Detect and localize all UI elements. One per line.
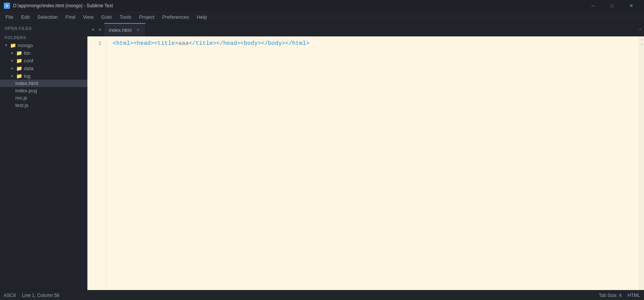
chevron-right-icon	[9, 73, 15, 79]
menu-edit[interactable]: Edit	[17, 13, 33, 21]
menu-project[interactable]: Project	[135, 13, 158, 21]
sidebar-folder-bin[interactable]: 📁 bin	[0, 49, 87, 57]
file-name-mo-js: mo.js	[15, 95, 27, 101]
folder-icon: 📁	[16, 73, 22, 79]
maximize-button[interactable]: □	[603, 0, 621, 11]
folder-name-log: log	[24, 73, 30, 79]
file-name-index-html: index.html	[15, 80, 38, 86]
line-numbers: 1	[87, 36, 107, 290]
file-name-test-js: test.js	[15, 102, 28, 108]
close-button[interactable]: ✕	[623, 0, 640, 11]
menu-view[interactable]: View	[79, 13, 97, 21]
tab-label: index.html	[109, 27, 131, 33]
menu-selection[interactable]: Selection	[33, 13, 61, 21]
folder-icon: 📁	[16, 57, 22, 64]
tab-bar: ◀ ▶ index.html ✕ ▾	[87, 23, 644, 36]
sidebar-folder-conf[interactable]: 📁 conf	[0, 57, 87, 64]
code-editor[interactable]: <html><head><title>aaa</title></head><bo…	[107, 36, 639, 290]
chevron-right-icon	[9, 65, 15, 71]
title-bar: S D:\app\mongo\index.html (mongo) - Subl…	[0, 0, 644, 11]
menu-goto[interactable]: Goto	[97, 13, 116, 21]
folder-icon: 📁	[16, 50, 22, 56]
menu-help[interactable]: Help	[193, 13, 211, 21]
tab-next-button[interactable]: ▶	[97, 23, 104, 36]
line-number-1: 1	[87, 39, 102, 48]
menu-tools[interactable]: Tools	[116, 13, 135, 21]
window-title: D:\app\mongo\index.html (mongo) - Sublim…	[13, 3, 584, 8]
folders-label: FOLDERS	[0, 32, 87, 41]
sidebar-folder-log[interactable]: 📁 log	[0, 72, 87, 80]
status-encoding: ASCII	[4, 293, 16, 298]
sidebar: OPEN FILES FOLDERS 📁 mongo 📁 bin 📁 conf …	[0, 23, 87, 290]
minimap[interactable]: ▴ ▾	[639, 36, 644, 290]
tab-prev-button[interactable]: ◀	[89, 23, 97, 36]
menu-find[interactable]: Find	[62, 13, 79, 21]
editor-container: ◀ ▶ index.html ✕ ▾ 1 <html><head><title>…	[87, 23, 644, 290]
folder-name-bin: bin	[24, 50, 30, 56]
sidebar-file-index-pug[interactable]: index.pug	[0, 87, 87, 94]
status-syntax[interactable]: HTML	[628, 293, 640, 298]
menu-bar: File Edit Selection Find View Goto Tools…	[0, 11, 644, 23]
chevron-down-icon	[3, 42, 9, 48]
main-layout: OPEN FILES FOLDERS 📁 mongo 📁 bin 📁 conf …	[0, 23, 644, 290]
menu-preferences[interactable]: Preferences	[158, 13, 193, 21]
minimap-scroll-down[interactable]: ▾	[639, 42, 644, 47]
sidebar-file-test-js[interactable]: test.js	[0, 102, 87, 109]
folder-name-mongo: mongo	[18, 43, 33, 48]
tab-index-html[interactable]: index.html ✕	[104, 23, 146, 36]
sidebar-folder-data[interactable]: 📁 data	[0, 64, 87, 72]
folder-name-conf: conf	[24, 58, 33, 64]
sidebar-file-mo-js[interactable]: mo.js	[0, 94, 87, 102]
sidebar-folder-mongo[interactable]: 📁 mongo	[0, 41, 87, 49]
open-files-label: OPEN FILES	[0, 23, 87, 32]
chevron-right-icon	[9, 57, 15, 64]
editor-body[interactable]: 1 <html><head><title>aaa</title></head><…	[87, 36, 644, 290]
status-bar: ASCII Line 1, Column 58 Tab Size: 4 HTML	[0, 290, 644, 300]
sidebar-file-index-html[interactable]: index.html	[0, 80, 87, 87]
status-bar-right: Tab Size: 4 HTML	[599, 293, 640, 298]
menu-file[interactable]: File	[2, 13, 17, 21]
folder-icon: 📁	[16, 65, 22, 71]
code-line-1: <html><head><title>aaa</title></head><bo…	[113, 39, 639, 48]
status-tab-size[interactable]: Tab Size: 4	[599, 293, 621, 298]
tab-close-button[interactable]: ✕	[135, 27, 141, 33]
minimap-scroll-up[interactable]: ▴	[639, 36, 644, 42]
app-icon: S	[4, 3, 10, 9]
file-name-index-pug: index.pug	[15, 88, 37, 93]
folder-name-data: data	[24, 66, 33, 71]
chevron-right-icon	[9, 50, 15, 56]
window-controls: ─ □ ✕	[584, 0, 640, 11]
status-position: Line 1, Column 58	[22, 293, 59, 298]
minimize-button[interactable]: ─	[584, 0, 602, 11]
tab-scroll-button[interactable]: ▾	[636, 23, 644, 36]
folder-icon: 📁	[10, 42, 16, 48]
